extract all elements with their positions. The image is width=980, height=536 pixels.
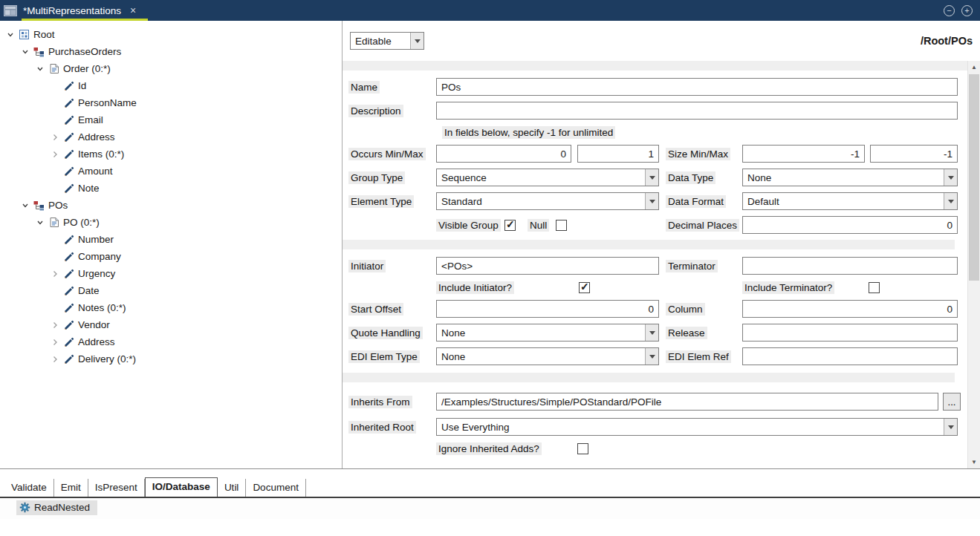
inherits-from-input[interactable] [436, 393, 938, 411]
tab-util[interactable]: Util [218, 479, 247, 497]
name-input[interactable] [436, 78, 958, 96]
start-offset-input[interactable] [436, 300, 659, 318]
tree-item-items-0[interactable]: Items (0:*) [0, 146, 342, 163]
release-input[interactable] [742, 324, 958, 341]
script-item-label: ReadNested [34, 502, 90, 513]
tree-item-order-0[interactable]: Order (0:*) [0, 60, 342, 77]
editor-panel: Editable /Root/POs Name Description In f… [343, 21, 980, 468]
data-type-select[interactable]: None [742, 169, 958, 186]
field-icon [62, 285, 75, 297]
element-type-format-row: Element Type Standard Data Format Defaul… [348, 192, 967, 210]
include-terminator-checkbox[interactable] [869, 282, 880, 293]
tree-item-root[interactable]: Root [0, 26, 342, 43]
inherits-from-label: Inherits From [348, 396, 412, 408]
chevron-down-icon[interactable] [34, 63, 46, 75]
tree-item-notes-0[interactable]: Notes (0:*) [0, 299, 342, 316]
expander-spacer [49, 251, 61, 263]
tree-item-date[interactable]: Date [0, 282, 342, 299]
include-initiator-checkbox[interactable] [579, 282, 590, 293]
chevron-right-icon[interactable] [49, 131, 61, 143]
tree-item-po-0[interactable]: PO (0:*) [0, 214, 342, 231]
app-logo-icon [4, 5, 17, 16]
chevron-down-icon[interactable] [944, 193, 957, 209]
group-type-value: Sequence [437, 169, 645, 186]
visible-group-checkbox[interactable] [504, 220, 516, 231]
chevron-right-icon[interactable] [49, 148, 61, 160]
tree-item-note[interactable]: Note [0, 180, 342, 197]
tab-io-database[interactable]: IO/Database [145, 477, 218, 497]
size-max-input[interactable] [870, 145, 958, 163]
chevron-down-icon[interactable] [4, 29, 16, 41]
chevron-down-icon[interactable] [410, 33, 424, 49]
scroll-down-icon[interactable]: ▼ [968, 456, 980, 468]
edi-elem-type-select[interactable]: None [436, 347, 659, 365]
data-format-select[interactable]: Default [742, 192, 958, 210]
chevron-right-icon[interactable] [49, 268, 61, 280]
tab-validate[interactable]: Validate [4, 479, 54, 497]
tree-item-label: Address [78, 131, 115, 143]
tree-item-id[interactable]: Id [0, 77, 342, 94]
column-input[interactable] [742, 300, 958, 318]
chevron-down-icon[interactable] [944, 169, 957, 186]
initiator-input[interactable] [436, 257, 659, 275]
tree-item-email[interactable]: Email [0, 111, 342, 128]
tree-item-personname[interactable]: PersonName [0, 94, 342, 111]
chevron-down-icon[interactable] [19, 200, 31, 212]
chevron-down-icon[interactable] [645, 348, 658, 365]
chevron-down-icon[interactable] [944, 419, 957, 435]
tree-item-number[interactable]: Number [0, 231, 342, 248]
tree-item-company[interactable]: Company [0, 248, 342, 265]
column-label: Column [666, 303, 705, 316]
ignore-inherited-adds-checkbox[interactable] [577, 443, 588, 454]
tree-item-amount[interactable]: Amount [0, 163, 342, 180]
decimal-places-input[interactable] [742, 216, 958, 234]
tree-item-urgency[interactable]: Urgency [0, 265, 342, 282]
null-checkbox[interactable] [556, 220, 567, 231]
chevron-down-icon[interactable] [19, 46, 31, 58]
quote-handling-select[interactable]: None [436, 324, 659, 341]
tree-item-delivery-0[interactable]: Delivery (0:*) [0, 350, 342, 367]
tab-ispresent[interactable]: IsPresent [88, 479, 145, 497]
inherits-from-row: Inherits From ... [348, 393, 967, 411]
browse-button[interactable]: ... [943, 393, 961, 411]
tree-item-label: Delivery (0:*) [78, 353, 136, 365]
expand-panel-button[interactable]: + [961, 5, 973, 16]
tree-item-vendor[interactable]: Vendor [0, 316, 342, 333]
scroll-up-icon[interactable]: ▲ [968, 61, 980, 73]
inherited-root-select[interactable]: Use Everything [436, 418, 958, 436]
record-icon [48, 63, 60, 75]
tab-document[interactable]: Document [246, 479, 306, 497]
tab-close-icon[interactable]: × [130, 5, 136, 16]
element-type-select[interactable]: Standard [436, 192, 659, 210]
expander-spacer [49, 166, 61, 177]
terminator-input[interactable] [742, 257, 958, 275]
tree-item-purchaseorders[interactable]: PurchaseOrders [0, 43, 342, 60]
chevron-right-icon[interactable] [49, 319, 61, 331]
scrollbar-thumb[interactable] [969, 74, 979, 281]
representation-value: Editable [351, 33, 410, 49]
chevron-down-icon[interactable] [645, 193, 658, 209]
document-tab[interactable]: *MultiRepresentations × [22, 0, 148, 21]
chevron-right-icon[interactable] [49, 336, 61, 348]
vertical-scrollbar[interactable]: ▲ ▼ [967, 61, 980, 468]
tree-item-address[interactable]: Address [0, 128, 342, 146]
chevron-down-icon[interactable] [645, 169, 658, 186]
script-item-readnested[interactable]: ReadNested [16, 500, 97, 515]
ignore-inherited-row: Ignore Inherited Adds? [348, 442, 967, 455]
chevron-down-icon[interactable] [34, 217, 46, 229]
representation-select[interactable]: Editable [350, 32, 424, 50]
size-min-input[interactable] [742, 145, 865, 163]
tab-emit[interactable]: Emit [54, 479, 88, 497]
group-type-select[interactable]: Sequence [436, 169, 659, 186]
description-input[interactable] [436, 102, 958, 120]
collapse-panel-button[interactable]: − [944, 5, 955, 16]
edi-elem-ref-input[interactable] [742, 347, 958, 365]
expander-spacer [49, 285, 61, 297]
chevron-down-icon[interactable] [645, 324, 658, 341]
tree-item-pos[interactable]: POs [0, 197, 342, 214]
occurs-max-input[interactable] [577, 145, 659, 163]
tree-item-address[interactable]: Address [0, 333, 342, 350]
occurs-min-input[interactable] [436, 145, 571, 163]
chevron-right-icon[interactable] [49, 353, 61, 365]
element-type-label: Element Type [348, 195, 414, 208]
